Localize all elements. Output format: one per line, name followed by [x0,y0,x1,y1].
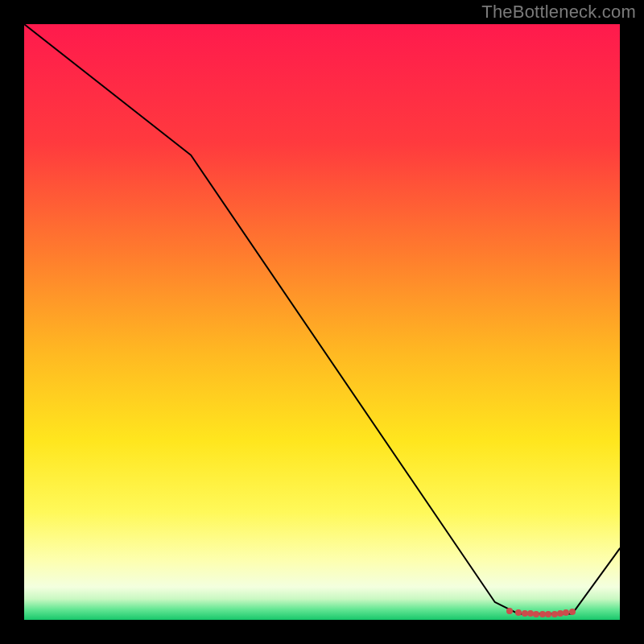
curve-layer [24,24,620,620]
attribution-text: TheBottleneck.com [481,2,636,23]
chart-frame: TheBottleneck.com [0,0,644,644]
optimal-marker [569,609,576,615]
plot-area [24,24,620,620]
bottleneck-curve [24,24,620,614]
optimal-marker [506,608,513,614]
